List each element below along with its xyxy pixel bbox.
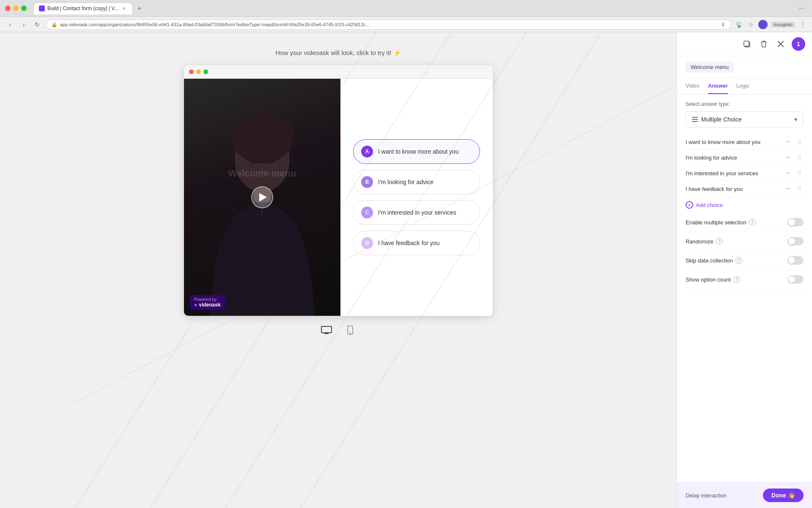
remove-choice-3-button[interactable]: − bbox=[783, 169, 792, 177]
active-tab[interactable]: Build | Contact form (copy) | V... ✕ bbox=[33, 3, 133, 14]
watermark: Powered by: ● videoask bbox=[190, 295, 225, 310]
panel-top-actions: 1 bbox=[677, 32, 812, 56]
choice-c-button[interactable]: C I'm interested in your services bbox=[353, 200, 480, 225]
multiple-selection-help-icon[interactable]: ? bbox=[749, 219, 756, 226]
add-choice-button[interactable]: + Add choice bbox=[686, 197, 804, 213]
bookmark-icon[interactable]: ☆ bbox=[746, 20, 755, 29]
skip-data-toggle[interactable] bbox=[787, 256, 804, 265]
svg-point-12 bbox=[267, 158, 274, 164]
main-area: How your videoask will look, click to tr… bbox=[0, 32, 812, 508]
show-option-count-toggle[interactable] bbox=[787, 275, 804, 284]
toggle-knob-2 bbox=[788, 238, 795, 245]
choice-d-button[interactable]: D I have feedback for you bbox=[353, 231, 480, 255]
delete-button[interactable] bbox=[758, 38, 770, 50]
reload-button[interactable]: ↻ bbox=[32, 19, 42, 30]
svg-point-10 bbox=[256, 114, 281, 135]
browser-window: Build | Contact form (copy) | V... ✕ + ⋯… bbox=[0, 0, 812, 508]
desktop-view-button[interactable] bbox=[319, 323, 334, 338]
minimize-window-button[interactable] bbox=[13, 6, 19, 11]
choice-c-label: C bbox=[361, 207, 373, 218]
close-window-button[interactable] bbox=[5, 6, 11, 11]
choice-b-label: B bbox=[361, 176, 373, 188]
choice-row-4-text: I have feedback for you bbox=[686, 186, 780, 192]
svg-rect-21 bbox=[744, 41, 749, 46]
add-choice-label: Add choice bbox=[696, 202, 723, 208]
address-text: app.videoask.com/app/organizations/8b955… bbox=[60, 22, 718, 27]
video-panel: Welcome menu Powered by: ● videoask bbox=[184, 79, 340, 316]
show-option-count-help-icon[interactable]: ? bbox=[733, 276, 740, 283]
choices-panel: A I want to know more about you B I'm lo… bbox=[340, 79, 493, 316]
randomize-toggle-row: Randomize ? bbox=[686, 232, 804, 251]
tab-answer[interactable]: Answer bbox=[708, 78, 728, 94]
mock-browser: Welcome menu Powered by: ● videoask bbox=[184, 65, 493, 316]
back-button[interactable]: ‹ bbox=[5, 19, 15, 30]
choice-row-1: I want to know more about you − ⠿ bbox=[686, 134, 804, 150]
browser-toolbar: ‹ › ↻ 🔒 app.videoask.com/app/organizatio… bbox=[0, 17, 812, 32]
play-button[interactable] bbox=[251, 186, 273, 208]
toolbar-icons: 📡 ☆ Incognito ⋮ bbox=[735, 20, 807, 29]
choice-a-text: I want to know more about you bbox=[378, 148, 459, 155]
watermark-brand: ● videoask bbox=[194, 302, 221, 308]
cast-icon[interactable]: 📡 bbox=[735, 20, 743, 29]
address-bar[interactable]: 🔒 app.videoask.com/app/organizations/8b9… bbox=[46, 19, 731, 30]
choice-row-4: I have feedback for you − ⠿ bbox=[686, 181, 804, 197]
enable-multiple-selection-toggle[interactable] bbox=[787, 218, 804, 226]
tab-logic[interactable]: Logic bbox=[736, 78, 749, 94]
randomize-help-icon[interactable]: ? bbox=[716, 238, 723, 245]
tab-video[interactable]: Video bbox=[686, 78, 700, 94]
browser-titlebar: Build | Contact form (copy) | V... ✕ + ⋯ bbox=[0, 0, 812, 17]
drag-choice-3-handle[interactable]: ⠿ bbox=[795, 169, 804, 177]
choice-row-2-text: I'm looking for advice bbox=[686, 155, 780, 161]
profile-icon[interactable] bbox=[758, 20, 768, 29]
svg-point-19 bbox=[350, 333, 351, 334]
new-tab-button[interactable]: + bbox=[134, 3, 145, 14]
choice-d-label: D bbox=[361, 237, 373, 249]
remove-choice-4-button[interactable]: − bbox=[783, 185, 792, 193]
forward-button[interactable]: › bbox=[19, 19, 29, 30]
incognito-badge: Incognito bbox=[771, 22, 795, 28]
drag-choice-1-handle[interactable]: ⠿ bbox=[795, 138, 804, 146]
copy-button[interactable] bbox=[741, 38, 753, 50]
mobile-view-button[interactable] bbox=[343, 323, 358, 338]
show-option-count-label: Show option count ? bbox=[686, 276, 740, 283]
drag-choice-4-handle[interactable]: ⠿ bbox=[795, 185, 804, 193]
randomize-toggle[interactable] bbox=[787, 237, 804, 246]
answer-type-label: Multiple Choice bbox=[701, 116, 742, 123]
randomize-label: Randomize ? bbox=[686, 238, 723, 245]
watermark-powered-text: Powered by: bbox=[194, 297, 221, 302]
answer-type-dropdown[interactable]: Multiple Choice ▾ bbox=[686, 111, 804, 127]
choice-a-button[interactable]: A I want to know more about you bbox=[353, 139, 480, 164]
mock-minimize bbox=[196, 69, 201, 74]
mock-close bbox=[189, 69, 194, 74]
remove-choice-2-button[interactable]: − bbox=[783, 153, 792, 162]
panel-tabs: Video Answer Logic bbox=[677, 78, 812, 94]
tab-close-button[interactable]: ✕ bbox=[121, 6, 127, 11]
done-button[interactable]: Done 👋 bbox=[763, 489, 804, 502]
skip-data-help-icon[interactable]: ? bbox=[735, 257, 742, 264]
maximize-window-button[interactable] bbox=[21, 6, 27, 11]
svg-point-11 bbox=[250, 158, 258, 164]
menu-icon[interactable]: ⋮ bbox=[798, 20, 807, 29]
remove-choice-1-button[interactable]: − bbox=[783, 138, 792, 146]
choice-c-text: I'm interested in your services bbox=[378, 209, 456, 216]
skip-data-label: Skip data collection ? bbox=[686, 257, 742, 264]
choice-row-3-text: I'm interested in your services bbox=[686, 170, 780, 177]
traffic-lights bbox=[5, 6, 27, 11]
play-triangle-icon bbox=[259, 193, 267, 202]
step-badge: 1 bbox=[792, 37, 805, 51]
window-more-button[interactable]: ⋯ bbox=[797, 3, 807, 14]
list-icon bbox=[692, 117, 698, 122]
choice-row-3: I'm interested in your services − ⠿ bbox=[686, 166, 804, 181]
mock-content: Welcome menu Powered by: ● videoask bbox=[184, 79, 493, 316]
preview-hint: How your videoask will look, click to tr… bbox=[275, 49, 401, 57]
choice-d-text: I have feedback for you bbox=[378, 240, 440, 246]
chevron-down-icon: ▾ bbox=[794, 116, 797, 123]
show-option-count-toggle-row: Show option count ? bbox=[686, 270, 804, 289]
skip-data-toggle-row: Skip data collection ? bbox=[686, 251, 804, 270]
choice-a-label: A bbox=[361, 146, 373, 157]
drag-choice-2-handle[interactable]: ⠿ bbox=[795, 153, 804, 162]
enable-multiple-selection-toggle-row: Enable multiple selection ? bbox=[686, 213, 804, 232]
choice-b-button[interactable]: B I'm looking for advice bbox=[353, 170, 480, 194]
close-panel-button[interactable] bbox=[775, 38, 787, 50]
tab-bar: Build | Contact form (copy) | V... ✕ + bbox=[33, 3, 793, 14]
